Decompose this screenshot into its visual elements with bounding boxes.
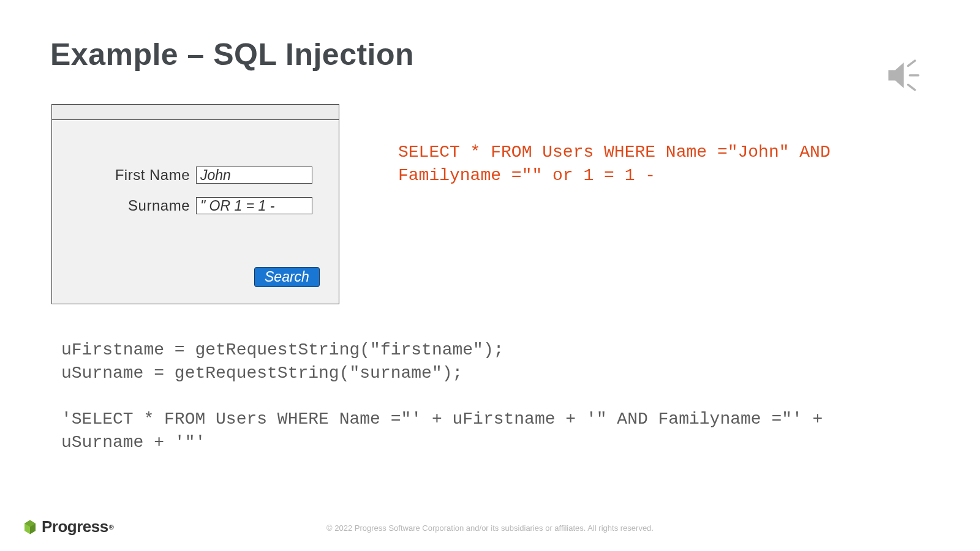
audio-icon [883, 54, 926, 97]
progress-logo: Progress® [21, 517, 113, 536]
slide-title: Example – SQL Injection [50, 37, 414, 72]
registered-mark: ® [109, 523, 114, 531]
progress-logo-icon [21, 518, 39, 536]
svg-line-0 [908, 61, 915, 66]
server-code-block: uFirstname = getRequestString("firstname… [61, 339, 870, 454]
search-form-window: First Name Surname Search [51, 104, 339, 304]
first-name-label: First Name [52, 167, 196, 184]
progress-logo-text: Progress [42, 517, 108, 536]
surname-label: Surname [52, 197, 196, 214]
sql-result-text: SELECT * FROM Users WHERE Name ="John" A… [398, 141, 870, 187]
svg-line-2 [908, 84, 915, 89]
copyright-text: © 2022 Progress Software Corporation and… [326, 523, 654, 533]
first-name-input[interactable] [196, 167, 312, 184]
surname-input[interactable] [196, 197, 312, 214]
search-button[interactable]: Search [254, 267, 320, 287]
window-titlebar [52, 105, 339, 120]
